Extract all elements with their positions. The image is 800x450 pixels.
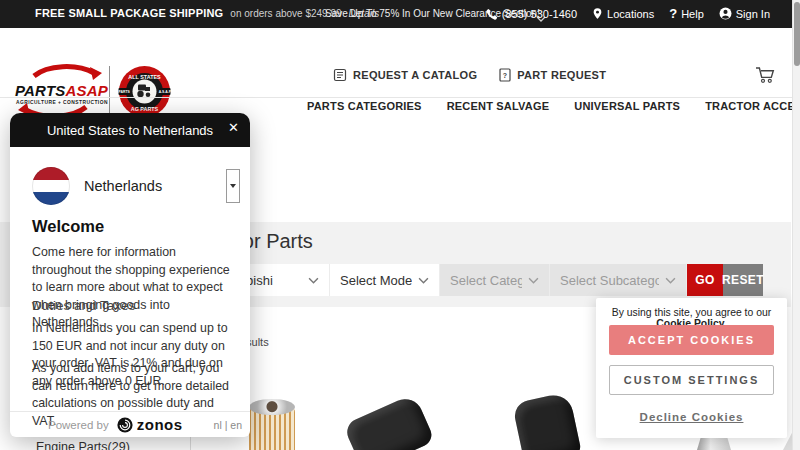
sidebar-item-engine-parts[interactable]: Engine Parts(29)	[36, 440, 130, 450]
subcategory-select-value: Select Subcategory	[560, 273, 659, 288]
site-header: PARTSASAP AGRICULTURE + CONSTRUCTION ALL…	[0, 28, 792, 97]
phone-link[interactable]: (855) 530-1460	[486, 8, 577, 20]
badge-top-text: ALL STATES	[128, 74, 161, 80]
product-image-oil-filter[interactable]	[249, 399, 295, 450]
badge-right-text: A.S.A.P	[159, 90, 171, 94]
page: FREE SMALL PACKAGE SHIPPING on orders ab…	[0, 0, 800, 450]
sign-in-link[interactable]: Sign In	[719, 7, 770, 20]
product-image-seat-cushion[interactable]	[343, 393, 435, 450]
user-icon	[719, 7, 732, 20]
topbar-utility-links: (855) 530-1460 Locations ? Help Sign In	[486, 6, 770, 21]
close-icon[interactable]: ✕	[228, 121, 239, 134]
all-states-ag-parts-badge[interactable]: ALL STATES AG PARTS PARTS A.S.A.P	[118, 65, 171, 118]
custom-settings-button[interactable]: CUSTOM SETTINGS	[609, 365, 774, 395]
zonos-wordmark: zonos	[137, 416, 183, 433]
main-nav: PARTS CATEGORIES RECENT SALVAGE UNIVERSA…	[307, 100, 800, 112]
nav-parts-categories[interactable]: PARTS CATEGORIES	[307, 100, 422, 112]
model-select[interactable]: Select Model	[330, 264, 440, 296]
country-selector-row: Netherlands	[32, 166, 240, 206]
decline-cookies-link[interactable]: Decline Cookies	[596, 411, 787, 423]
part-request-button[interactable]: ? PART REQUEST	[499, 68, 606, 82]
welcome-heading: Welcome	[32, 217, 104, 236]
nav-recent-salvage[interactable]: RECENT SALVAGE	[447, 100, 550, 112]
locations-link[interactable]: Locations	[592, 7, 654, 20]
help-label: Help	[681, 8, 704, 20]
cookie-banner: By using this site, you agree to our Coo…	[596, 298, 787, 438]
nav-tractor-accessories[interactable]: TRACTOR ACCESSORIES	[705, 100, 800, 112]
category-select-disabled: Select Category	[440, 264, 550, 296]
cart-icon[interactable]	[755, 66, 777, 84]
go-button[interactable]: GO	[687, 264, 723, 296]
language-switcher[interactable]: nl | en	[214, 419, 242, 431]
country-name: Netherlands	[84, 178, 162, 194]
header-border	[0, 97, 792, 98]
chevron-down-icon	[308, 277, 319, 284]
logo-tagline: AGRICULTURE + CONSTRUCTION	[16, 100, 108, 105]
welcome-paragraph: Come here for information throughout the…	[32, 244, 234, 332]
sign-in-label: Sign In	[736, 8, 770, 20]
zonos-logo[interactable]: zonos	[117, 416, 183, 433]
scrollbar-thumb[interactable]	[794, 2, 800, 66]
accept-cookies-button[interactable]: ACCEPT COOKIES	[609, 325, 774, 355]
nav-universal-parts[interactable]: UNIVERSAL PARTS	[574, 100, 680, 112]
part-request-icon: ?	[499, 68, 511, 82]
catalog-icon	[333, 68, 347, 82]
country-dropdown[interactable]	[226, 169, 240, 203]
model-select-value: Select Model	[340, 273, 412, 288]
chevron-down-icon	[528, 277, 539, 284]
product-image-seat-back[interactable]	[512, 392, 582, 450]
geo-modal-footer: Powered by zonos nl | en	[10, 411, 250, 437]
badge-left-text: PARTS	[119, 90, 131, 94]
geo-modal-title: United States to Netherlands	[47, 123, 213, 138]
dropdown-arrow-icon	[230, 184, 236, 188]
request-catalog-label: REQUEST A CATALOG	[353, 69, 477, 81]
phone-icon	[486, 8, 498, 20]
top-announcement-bar: FREE SMALL PACKAGE SHIPPING on orders ab…	[0, 0, 792, 28]
chevron-down-icon	[418, 277, 429, 284]
badge-bottom-text: AG PARTS	[131, 106, 159, 112]
sidebar-border	[190, 437, 191, 450]
netherlands-flag-icon	[32, 167, 70, 205]
request-catalog-button[interactable]: REQUEST A CATALOG	[333, 68, 477, 82]
location-pin-icon	[592, 7, 603, 20]
phone-number: (855) 530-1460	[502, 8, 577, 20]
duties-heading: Duties and Taxes	[32, 298, 135, 313]
powered-by-label: Powered by	[48, 419, 109, 431]
zonos-geo-modal: United States to Netherlands ✕ Netherlan…	[10, 113, 250, 437]
category-select-value: Select Category	[450, 273, 522, 288]
subcategory-select-disabled: Select Subcategory	[550, 264, 687, 296]
cookie-notice-text: By using this site, you agree to our	[612, 307, 771, 318]
help-icon: ?	[669, 6, 677, 21]
zonos-swirl-icon	[117, 417, 133, 433]
chevron-down-icon	[665, 277, 676, 284]
part-request-label: PART REQUEST	[517, 69, 606, 81]
locations-label: Locations	[607, 8, 654, 20]
shipping-offer-title: FREE SMALL PACKAGE SHIPPING	[35, 7, 223, 19]
reset-button[interactable]: RESET	[723, 264, 763, 296]
geo-modal-header: United States to Netherlands ✕	[10, 113, 250, 147]
filter-cap	[249, 399, 295, 415]
svg-text:?: ?	[503, 72, 508, 79]
header-divider	[109, 66, 110, 118]
header-actions: REQUEST A CATALOG ? PART REQUEST	[333, 68, 606, 82]
page-scrollbar[interactable]	[792, 0, 800, 450]
help-link[interactable]: ? Help	[669, 6, 704, 21]
